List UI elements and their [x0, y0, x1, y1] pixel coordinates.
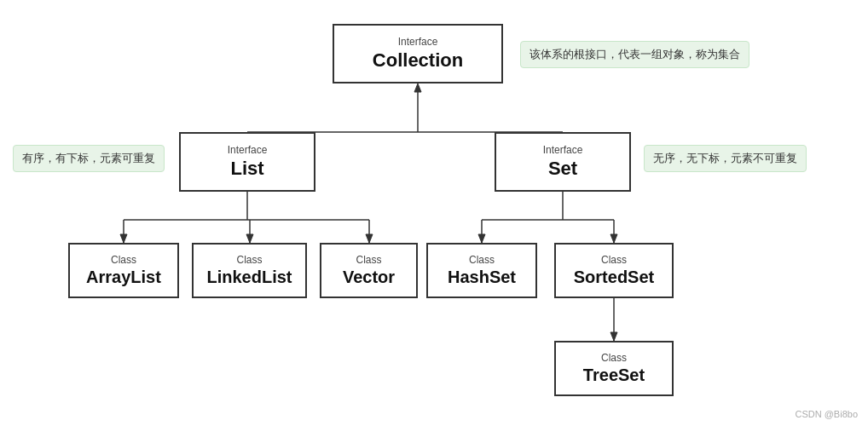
- node-list-name: List: [230, 158, 263, 180]
- node-set-name: Set: [548, 158, 577, 180]
- node-linkedlist-name: LinkedList: [206, 268, 292, 287]
- watermark: CSDN @Bi8bo: [795, 409, 858, 419]
- annotation-set: 无序，无下标，元素不可重复: [644, 145, 807, 172]
- node-collection: Interface Collection: [333, 24, 503, 83]
- node-collection-type: Interface: [398, 36, 438, 48]
- svg-marker-19: [610, 332, 617, 341]
- annotation-set-text: 无序，无下标，元素不可重复: [653, 152, 797, 164]
- node-linkedlist-type: Class: [236, 254, 262, 266]
- node-treeset: Class TreeSet: [554, 341, 674, 396]
- node-hashset-type: Class: [469, 254, 495, 266]
- svg-marker-11: [366, 234, 373, 243]
- node-set-type: Interface: [543, 144, 583, 156]
- annotation-collection-text: 该体系的根接口，代表一组对象，称为集合: [529, 48, 740, 60]
- svg-marker-15: [478, 234, 485, 243]
- annotation-collection: 该体系的根接口，代表一组对象，称为集合: [520, 41, 749, 68]
- node-treeset-type: Class: [601, 352, 627, 364]
- node-set: Interface Set: [495, 132, 631, 192]
- node-collection-name: Collection: [373, 49, 463, 72]
- node-arraylist-name: ArrayList: [86, 268, 161, 287]
- node-hashset: Class HashSet: [426, 243, 537, 298]
- node-list-type: Interface: [228, 144, 268, 156]
- svg-marker-9: [246, 234, 253, 243]
- diagram-container: Interface Collection Interface List Inte…: [0, 0, 868, 426]
- node-list: Interface List: [179, 132, 315, 192]
- node-treeset-name: TreeSet: [583, 366, 645, 385]
- node-sortedset-name: SortedSet: [574, 268, 654, 287]
- node-arraylist-type: Class: [111, 254, 136, 266]
- svg-marker-7: [120, 234, 127, 243]
- annotation-list-text: 有序，有下标，元素可重复: [22, 152, 155, 164]
- node-vector-name: Vector: [343, 268, 395, 287]
- node-linkedlist: Class LinkedList: [192, 243, 307, 298]
- node-vector: Class Vector: [320, 243, 418, 298]
- node-hashset-name: HashSet: [448, 268, 516, 287]
- annotation-list: 有序，有下标，元素可重复: [13, 145, 165, 172]
- node-arraylist: Class ArrayList: [68, 243, 179, 298]
- svg-marker-2: [414, 83, 421, 92]
- svg-marker-17: [610, 234, 617, 243]
- node-sortedset: Class SortedSet: [554, 243, 674, 298]
- node-vector-type: Class: [356, 254, 381, 266]
- node-sortedset-type: Class: [601, 254, 627, 266]
